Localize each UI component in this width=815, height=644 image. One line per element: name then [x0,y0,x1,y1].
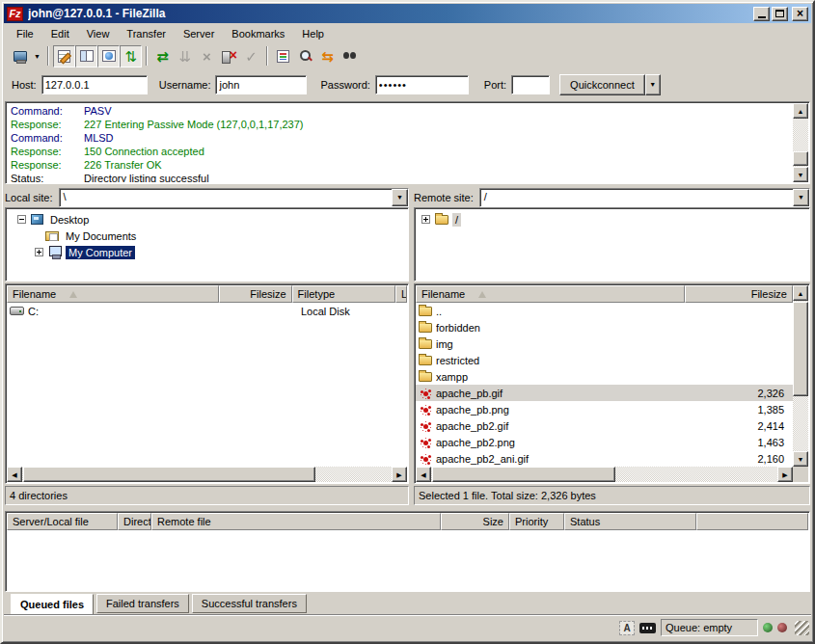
tree-item-desktop[interactable]: Desktop [6,211,408,228]
disconnect-button[interactable] [218,45,240,67]
resize-grip[interactable] [795,621,809,635]
folder-icon [419,356,432,365]
combo-dropdown-button[interactable]: ▼ [392,189,408,206]
reconnect-button[interactable]: ✓ [240,45,262,67]
port-label: Port: [484,79,506,91]
host-input[interactable] [41,75,148,94]
remote-file-row[interactable]: img [416,335,793,352]
tab-queued-files[interactable]: Queued files [11,594,94,615]
column-filename[interactable]: Filename [416,285,685,303]
tree-item-my-computer[interactable]: My Computer [6,244,408,260]
tree-item-my-documents[interactable]: My Documents [6,228,408,244]
toggle-message-log-button[interactable] [53,45,75,67]
column-filename[interactable]: Filename [7,285,219,303]
log-line: Response:227 Entering Passive Mode (127,… [7,118,793,131]
menu-server[interactable]: Server [175,26,223,41]
scroll-up-button[interactable]: ▲ [793,103,808,119]
toggle-remote-tree-button[interactable] [97,45,120,67]
remote-file-row[interactable]: forbidden [416,319,793,335]
scroll-left-button[interactable]: ◀ [416,467,431,482]
menu-view[interactable]: View [78,26,119,41]
remote-list-body: .. forbidden img restricted xampp apache… [416,303,793,467]
site-manager-dropdown-button[interactable]: ▼ [31,45,43,67]
log-line: Response:150 Connection accepted [7,145,793,158]
remote-file-row-selected[interactable]: apache_pb.gif2,326 [416,385,793,401]
directory-comparison-button[interactable] [294,45,316,67]
image-file-icon [419,403,432,416]
username-input[interactable] [215,75,307,94]
column-filesize[interactable]: Filesize [685,285,793,303]
local-file-row[interactable]: C: Local Disk [7,303,407,319]
combo-dropdown-button[interactable]: ▼ [793,189,809,206]
maximize-button[interactable] [772,7,788,21]
tree-item-root[interactable]: / [415,211,809,228]
log-scrollbar[interactable]: ▲ ▼ [793,103,808,182]
column-filetype[interactable]: Filetype [292,285,395,303]
file-size: 2,326 [693,388,793,399]
toggle-transfer-queue-button[interactable]: ⇅ [120,45,142,67]
scrollbar-thumb[interactable] [793,302,808,396]
refresh-icon: ⇄ [156,49,169,64]
site-manager-button[interactable] [9,45,31,67]
remote-file-row[interactable]: apache_pb2.png1,463 [416,434,793,450]
local-site-combo[interactable]: \ ▼ [59,188,409,207]
scroll-left-button[interactable]: ◀ [7,467,22,482]
tab-successful-transfers[interactable]: Successful transfers [192,594,307,613]
filter-button[interactable] [272,45,294,67]
column-filesize[interactable]: Filesize [219,285,291,303]
remote-file-row[interactable]: .. [416,303,793,319]
find-files-button[interactable] [339,45,361,67]
process-queue-button[interactable]: ⇊ [174,45,196,67]
window-title: john@127.0.0.1 - FileZilla [28,7,751,20]
scrollbar-thumb[interactable] [793,151,808,166]
remote-file-row[interactable]: apache_pb2.gif2,414 [416,417,793,434]
toggle-local-tree-button[interactable] [75,45,97,67]
transfer-type-icon[interactable]: A [619,621,635,635]
remote-vertical-scrollbar[interactable]: ▲ ▼ [793,285,808,467]
scrollbar-thumb[interactable] [23,467,315,482]
remote-file-row[interactable]: apache_pb.png1,385 [416,401,793,417]
password-input[interactable] [375,75,469,94]
column-filler [696,513,808,530]
chevron-down-icon: ▼ [649,81,656,88]
menu-transfer[interactable]: Transfer [118,26,175,41]
remote-horizontal-scrollbar[interactable]: ◀ ▶ [416,467,793,482]
expand-icon[interactable] [421,215,430,224]
titlebar[interactable]: Fz john@127.0.0.1 - FileZilla × [4,4,811,23]
column-status[interactable]: Status [564,513,696,530]
remote-file-row[interactable]: restricted [416,352,793,368]
tab-failed-transfers[interactable]: Failed transfers [96,594,189,613]
menu-edit[interactable]: Edit [42,26,78,41]
close-button[interactable]: × [792,7,808,21]
menu-help[interactable]: Help [293,26,333,41]
remote-file-row[interactable]: xampp [416,368,793,385]
scroll-down-button[interactable]: ▼ [793,167,808,182]
scroll-up-button[interactable]: ▲ [793,285,808,301]
refresh-button[interactable]: ⇄ [151,45,174,67]
arrow-up-icon: ▲ [798,108,804,115]
menu-file[interactable]: File [8,26,42,41]
column-remote-file[interactable]: Remote file [151,513,441,530]
port-input[interactable] [511,75,550,94]
minimize-button[interactable] [753,7,770,21]
column-size[interactable]: Size [441,513,509,530]
collapse-icon[interactable] [17,215,26,224]
menu-bookmarks[interactable]: Bookmarks [223,26,293,41]
quickconnect-button[interactable]: Quickconnect [559,74,645,95]
quickconnect-dropdown-button[interactable]: ▼ [645,74,661,95]
column-server-local-file[interactable]: Server/Local file [7,513,118,530]
scrollbar-thumb[interactable] [432,467,615,482]
synchronized-browsing-button[interactable]: ⇆ [316,45,339,67]
expand-icon[interactable] [35,248,43,256]
cancel-operation-button[interactable]: × [196,45,218,67]
status-indicator-icon[interactable] [639,623,656,633]
local-horizontal-scrollbar[interactable]: ◀ ▶ [7,467,407,482]
column-direction[interactable]: Directi... [118,513,151,530]
column-last-modified[interactable]: L [395,285,407,303]
remote-file-row[interactable]: apache_pb2_ani.gif2,160 [416,450,793,467]
scroll-down-button[interactable]: ▼ [793,451,808,467]
scroll-right-button[interactable]: ▶ [392,467,407,482]
remote-site-combo[interactable]: / ▼ [479,188,810,207]
scroll-right-button[interactable]: ▶ [777,467,793,482]
column-priority[interactable]: Priority [509,513,564,530]
